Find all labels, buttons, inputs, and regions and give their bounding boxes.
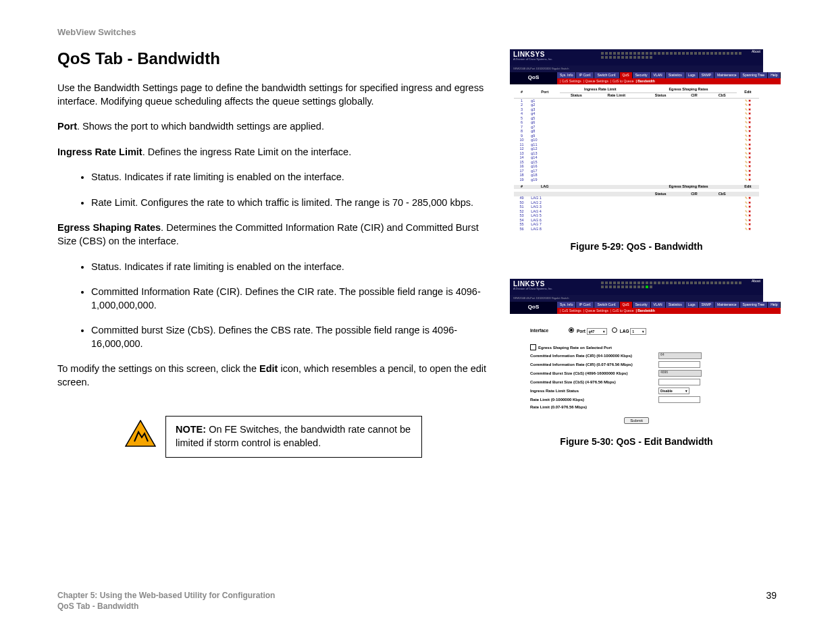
port-status-panel [601,281,743,288]
delete-icon[interactable] [748,164,751,168]
form-row: Egress Shaping Rate on Selected Port [530,344,743,350]
th-esr: Egress Shaping Rates [640,87,737,92]
note-label: NOTE: [176,424,206,435]
delete-icon[interactable] [748,138,751,142]
warning-icon [125,420,156,447]
checkbox[interactable] [530,344,536,350]
main-tab[interactable]: Logs [685,302,699,308]
delete-icon[interactable] [748,103,751,107]
lag-radio-label: LAG [620,329,629,333]
about-link[interactable]: About [752,50,760,53]
port-select[interactable]: g47 [587,328,607,335]
about-link[interactable]: About [752,279,760,283]
main-tab[interactable]: Help [768,302,781,308]
delete-icon[interactable] [748,111,751,115]
main-tab[interactable]: VLAN [651,302,666,308]
delete-icon[interactable] [748,178,751,182]
main-tab[interactable]: SNMP [699,72,714,78]
port-paragraph: Port. Shows the port to which bandwidth … [57,120,490,134]
footer-section: QoS Tab - Bandwidth [57,601,275,612]
sub-tab[interactable]: | Queue Settings [583,80,608,83]
delete-icon[interactable] [748,205,751,209]
main-tab[interactable]: Security [633,302,651,308]
sub-tab[interactable]: | Bandwidth [635,309,654,313]
delete-icon[interactable] [748,146,751,151]
qos-section-label: QoS [510,302,557,314]
main-tab[interactable]: IP Conf. [576,72,594,78]
sub-tab[interactable]: | Bandwidth [635,80,654,83]
delete-icon[interactable] [748,125,751,129]
text-input[interactable] [658,379,700,385]
delete-icon[interactable] [748,200,751,205]
running-header: WebView Switches [57,27,777,37]
qos-section-label: QoS [510,72,557,84]
form-row: Rate Limit (0.07-976.56 Mbps) [530,405,743,409]
main-tab[interactable]: Security [633,72,651,78]
delete-icon[interactable] [748,151,751,155]
submit-button[interactable]: Submit [624,417,649,424]
port-status-panel [601,52,743,59]
sub-tab[interactable]: | Queue Settings [583,309,608,313]
main-tab[interactable]: QoS [620,72,633,78]
intro-paragraph: Use the Bandwidth Settings page to defin… [57,82,490,108]
select-input[interactable]: Disable [658,387,689,394]
main-tab[interactable]: Statistics [666,72,685,78]
list-item: Rate Limit. Configures the rate to which… [91,196,490,210]
main-tab[interactable]: Maintenance [714,302,740,308]
text-input-disabled: 64 [658,352,702,359]
list-item: Status. Indicates if rate limiting is en… [91,171,490,184]
main-tab[interactable]: Logs [685,72,699,78]
lag-radio[interactable] [612,327,617,333]
bandwidth-table: # Port Ingress Rate Limit Egress Shaping… [514,87,759,232]
egress-label: Egress Shaping Rates [57,222,161,233]
list-item: Committed Information Rate (CIR). Define… [91,286,490,312]
delete-icon[interactable] [748,129,751,133]
delete-icon[interactable] [748,155,751,159]
delete-icon[interactable] [748,218,751,222]
port-radio[interactable] [569,327,574,333]
delete-icon[interactable] [748,134,751,138]
delete-icon[interactable] [748,222,751,226]
delete-icon[interactable] [748,213,751,217]
main-tab[interactable]: Sys. Info [557,72,576,78]
main-tab[interactable]: QoS [620,302,633,308]
delete-icon[interactable] [748,116,751,120]
delete-icon[interactable] [748,99,751,103]
text-input-disabled: 4096 [658,370,702,377]
field-label: Rate Limit (0-1000000 Kbps) [530,398,658,402]
main-tab[interactable]: VLAN [651,72,666,78]
main-tab[interactable]: Switch Conf. [594,72,619,78]
port-label: Port [57,121,77,132]
field-label: Committed Burst Size (CbS) (4096-1600000… [530,371,658,375]
figure-5-30: About LINKSYS A Division of Cisco System… [510,279,763,448]
delete-icon[interactable] [748,209,751,213]
th-cbs: CbS [707,92,736,99]
delete-icon[interactable] [748,173,751,177]
main-tab[interactable]: Switch Conf. [594,302,619,308]
text-input[interactable] [658,396,700,403]
text-input[interactable] [658,361,700,368]
field-label: Committed Burst Size (CbS) (4-976.56 Mbp… [530,380,658,384]
sub-tab[interactable]: | CoS to Queue [610,309,633,313]
sub-tab[interactable]: | CoS Settings [560,80,581,83]
main-tab[interactable]: Spanning Tree [740,302,768,308]
main-tab[interactable]: Spanning Tree [740,72,768,78]
main-tab[interactable]: IP Conf. [576,302,594,308]
main-tab[interactable]: Maintenance [714,72,740,78]
lag-select[interactable]: 1 [630,328,646,335]
main-tab[interactable]: Statistics [666,302,685,308]
delete-icon[interactable] [748,227,751,231]
sub-tab[interactable]: | CoS Settings [560,309,581,313]
main-tab[interactable]: Help [768,72,781,78]
delete-icon[interactable] [748,120,751,124]
delete-icon[interactable] [748,142,751,146]
delete-icon[interactable] [748,169,751,173]
main-tab[interactable]: SNMP [699,302,714,308]
sub-tab[interactable]: | CoS to Queue [610,80,633,83]
main-tabs: Sys. InfoIP Conf.Switch Conf.QoSSecurity… [557,72,781,78]
delete-icon[interactable] [748,107,751,111]
delete-icon[interactable] [748,160,751,164]
main-tab[interactable]: Sys. Info [557,302,576,308]
modify-pre: To modify the settings on this screen, c… [57,363,259,374]
delete-icon[interactable] [748,196,751,200]
